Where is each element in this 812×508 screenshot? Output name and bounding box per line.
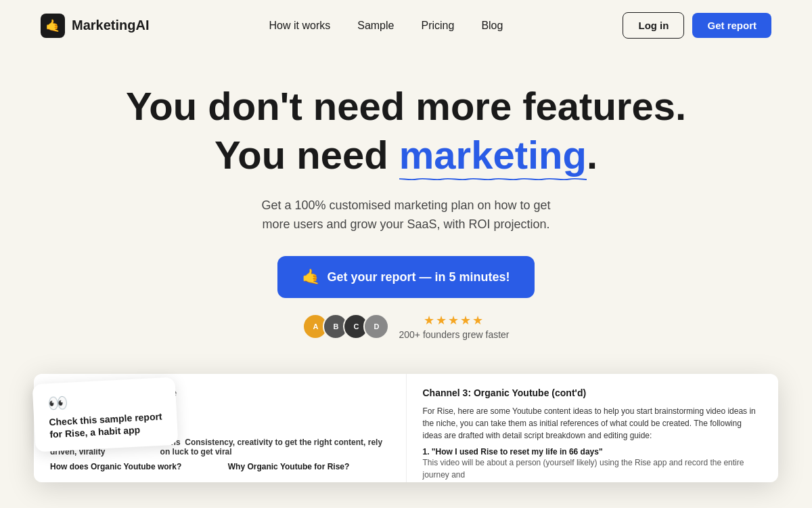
nav-links: How it works Sample Pricing Blog — [269, 20, 503, 32]
nav-link-sample[interactable]: Sample — [357, 20, 394, 32]
logo-text: MarketingAI — [72, 18, 149, 33]
hero-line2-prefix: You need — [215, 133, 399, 177]
avatar-group: A B C D — [302, 314, 389, 339]
cons-text: Consistency, creativity to get the right… — [160, 438, 383, 457]
cons-section: Cons Consistency, creativity to get the … — [160, 438, 390, 457]
how-work-row: How does Organic Youtube work? Why Organ… — [50, 462, 390, 474]
get-report-nav-button[interactable]: Get report — [692, 13, 771, 38]
nav-link-how-it-works[interactable]: How it works — [269, 20, 331, 32]
sample-card[interactable]: 👀 Check this sample reportfor Rise, a ha… — [32, 377, 179, 452]
how-work-col-2: Why Organic Youtube for Rise? — [228, 462, 390, 474]
hero-subtitle: Get a 100% customised marketing plan on … — [14, 196, 798, 235]
login-button[interactable]: Log in — [623, 12, 684, 39]
list-item-num: 1. — [423, 447, 430, 457]
navbar: 🤙 MarketingAI How it works Sample Pricin… — [0, 0, 812, 51]
star-rating: ★★★★★ — [399, 313, 509, 328]
hero-line2-suffix: . — [587, 133, 597, 177]
nav-actions: Log in Get report — [623, 12, 771, 39]
logo-icon: 🤙 — [41, 14, 65, 38]
social-text: ★★★★★ 200+ founders grew faster — [399, 313, 509, 340]
hero-headline-line2: You need marketing. — [14, 133, 798, 177]
nav-link-pricing[interactable]: Pricing — [421, 20, 454, 32]
logo[interactable]: 🤙 MarketingAI — [41, 14, 149, 38]
hero-section: You don't need more features. You need m… — [0, 51, 812, 360]
list-item-text: "How I used Rise to reset my life in 66 … — [432, 447, 603, 457]
how-work-title-1: How does Organic Youtube work? — [50, 462, 212, 471]
cta-label: Get your report — in 5 minutes! — [327, 270, 510, 284]
how-work-title-2: Why Organic Youtube for Rise? — [228, 462, 390, 471]
cta-button[interactable]: 🤙 Get your report — in 5 minutes! — [277, 256, 534, 298]
hero-marketing-word: marketing — [399, 133, 587, 177]
cta-icon: 🤙 — [302, 268, 320, 286]
nav-link-blog[interactable]: Blog — [481, 20, 503, 32]
report-body-text: This video will be about a person (yours… — [423, 457, 763, 481]
report-list-item: 1. "How I used Rise to reset my life in … — [423, 447, 763, 457]
social-proof: A B C D ★★★★★ 200+ founders grew faster — [14, 313, 798, 340]
right-channel-title: Channel 3: Organic Youtube (cont'd) — [423, 387, 763, 398]
avatar-4: D — [363, 314, 389, 339]
founders-count: 200+ founders grew faster — [399, 329, 509, 340]
how-work-col-1: How does Organic Youtube work? — [50, 462, 212, 474]
report-description: For Rise, here are some Youtube content … — [423, 405, 763, 442]
sample-section: 👀 Check this sample reportfor Rise, a ha… — [0, 374, 812, 482]
eyes-icon: 👀 — [47, 394, 68, 414]
report-right-panel: Channel 3: Organic Youtube (cont'd) For … — [407, 374, 779, 482]
sample-card-label: Check this sample reportfor Rise, a habi… — [49, 410, 163, 441]
hero-headline-line1: You don't need more features. — [14, 85, 798, 128]
